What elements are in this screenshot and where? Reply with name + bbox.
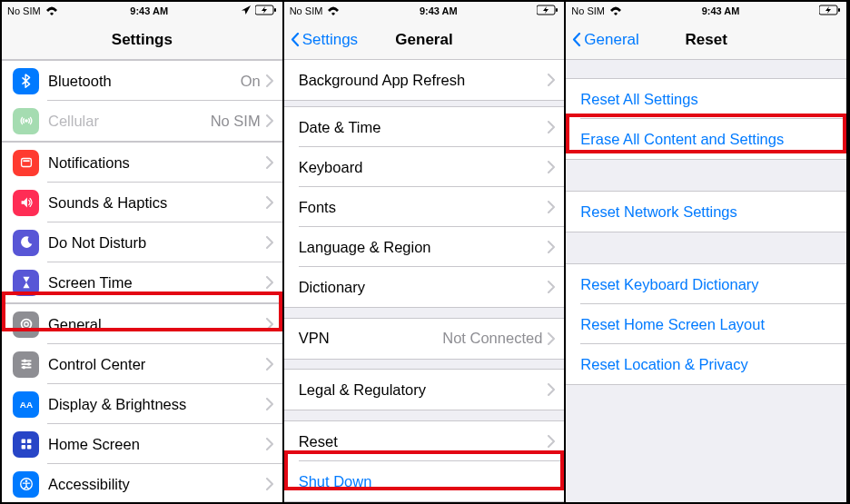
row-label: Legal & Regulatory bbox=[299, 381, 549, 399]
settings-row-control-center[interactable]: Control Center bbox=[2, 344, 282, 384]
nav-bar: General Reset bbox=[566, 20, 846, 60]
settings-row-general[interactable]: General bbox=[2, 304, 282, 344]
chevron-right-icon bbox=[548, 161, 555, 173]
back-chevron-icon bbox=[571, 33, 582, 47]
chevron-right-icon bbox=[266, 114, 273, 127]
svg-rect-16 bbox=[21, 445, 25, 450]
row-label: Reset All Settings bbox=[580, 91, 846, 108]
settings-row-screentime[interactable]: Screen Time bbox=[2, 262, 282, 302]
general-row-shutdown[interactable]: Shut Down bbox=[284, 461, 565, 501]
row-label: Shut Down bbox=[299, 473, 565, 490]
back-button[interactable]: Settings bbox=[290, 31, 358, 49]
status-time: 9:43 AM bbox=[130, 5, 168, 16]
settings-row-accessibility[interactable]: Accessibility bbox=[2, 464, 282, 502]
svg-rect-3 bbox=[21, 159, 31, 167]
panel-settings: No SIM 9:43 AM Settings Bluetooth On Cel… bbox=[2, 2, 284, 502]
row-label: General bbox=[48, 316, 266, 333]
sliders-icon bbox=[13, 351, 39, 378]
chevron-right-icon bbox=[266, 156, 273, 169]
panel-general: No SIM 9:43 AM Settings General Backgrou… bbox=[284, 2, 567, 502]
nav-bar: Settings bbox=[2, 20, 282, 60]
row-label: Screen Time bbox=[48, 274, 266, 292]
grid-icon bbox=[13, 431, 39, 458]
nav-bar: Settings General bbox=[284, 20, 565, 60]
reset-row-home-layout[interactable]: Reset Home Screen Layout bbox=[566, 304, 846, 344]
back-chevron-icon bbox=[290, 33, 301, 47]
svg-rect-17 bbox=[26, 445, 31, 450]
svg-point-6 bbox=[24, 322, 28, 327]
svg-point-11 bbox=[26, 362, 30, 366]
svg-point-5 bbox=[21, 320, 31, 330]
row-label: Sounds & Haptics bbox=[48, 194, 266, 212]
general-row-vpn[interactable]: VPN Not Connected bbox=[284, 319, 565, 359]
settings-row-dnd[interactable]: Do Not Disturb bbox=[2, 222, 282, 262]
gear-icon bbox=[13, 311, 39, 338]
row-label: VPN bbox=[299, 330, 443, 347]
svg-rect-4 bbox=[23, 160, 29, 162]
settings-row-display[interactable]: AA Display & Brightness bbox=[2, 384, 282, 424]
chevron-right-icon bbox=[266, 478, 273, 490]
chevron-right-icon bbox=[266, 318, 273, 331]
location-arrow-icon bbox=[241, 5, 252, 17]
row-label: Cellular bbox=[48, 113, 211, 130]
general-row-fonts[interactable]: Fonts bbox=[284, 187, 565, 227]
settings-row-home-screen[interactable]: Home Screen bbox=[2, 424, 282, 464]
row-label: Notifications bbox=[48, 154, 266, 172]
row-label: Reset Keyboard Dictionary bbox=[580, 276, 846, 293]
status-time: 9:43 AM bbox=[420, 5, 458, 16]
chevron-right-icon bbox=[266, 74, 273, 87]
page-title: General bbox=[395, 31, 452, 49]
svg-rect-15 bbox=[26, 440, 31, 444]
svg-text:AA: AA bbox=[19, 400, 32, 410]
reset-row-network[interactable]: Reset Network Settings bbox=[566, 192, 846, 232]
settings-row-cellular[interactable]: Cellular No SIM bbox=[2, 101, 282, 141]
chevron-right-icon bbox=[548, 332, 555, 345]
accessibility-icon bbox=[13, 471, 39, 498]
chevron-right-icon bbox=[266, 276, 273, 289]
general-row-date-time[interactable]: Date & Time bbox=[284, 107, 565, 147]
row-label: Reset bbox=[299, 433, 549, 450]
reset-row-erase-all[interactable]: Erase All Content and Settings bbox=[566, 119, 846, 159]
chevron-right-icon bbox=[266, 358, 273, 371]
general-row-reset[interactable]: Reset bbox=[284, 421, 565, 461]
settings-row-sounds[interactable]: Sounds & Haptics bbox=[2, 183, 282, 222]
general-row-bg-refresh[interactable]: Background App Refresh bbox=[284, 60, 565, 100]
carrier-text: No SIM bbox=[290, 5, 323, 16]
svg-point-2 bbox=[25, 119, 28, 123]
row-label: Dictionary bbox=[299, 279, 549, 296]
general-row-legal[interactable]: Legal & Regulatory bbox=[284, 370, 565, 410]
row-label: Fonts bbox=[299, 199, 549, 216]
moon-icon bbox=[13, 230, 39, 256]
row-value: On bbox=[241, 73, 261, 90]
row-label: Reset Network Settings bbox=[580, 203, 846, 221]
reset-row-keyboard-dict[interactable]: Reset Keyboard Dictionary bbox=[566, 264, 846, 304]
settings-row-notifications[interactable]: Notifications bbox=[2, 143, 282, 183]
svg-point-19 bbox=[25, 480, 27, 483]
status-bar: No SIM 9:43 AM bbox=[284, 2, 565, 20]
chevron-right-icon bbox=[548, 74, 555, 86]
settings-row-bluetooth[interactable]: Bluetooth On bbox=[2, 61, 282, 101]
battery-charging-icon bbox=[819, 5, 841, 17]
reset-row-location[interactable]: Reset Location & Privacy bbox=[566, 344, 846, 384]
sounds-icon bbox=[13, 190, 39, 216]
panel-reset: No SIM 9:43 AM General Reset Reset All S… bbox=[566, 2, 848, 502]
back-button[interactable]: General bbox=[571, 31, 638, 49]
notifications-icon bbox=[13, 150, 39, 176]
row-label: Home Screen bbox=[48, 436, 266, 453]
general-row-language[interactable]: Language & Region bbox=[284, 227, 565, 267]
reset-row-all-settings[interactable]: Reset All Settings bbox=[566, 79, 846, 119]
row-label: Do Not Disturb bbox=[48, 234, 266, 252]
wifi-icon bbox=[609, 4, 622, 18]
row-label: Control Center bbox=[48, 356, 266, 373]
back-label: Settings bbox=[302, 31, 358, 49]
svg-point-10 bbox=[23, 360, 26, 363]
general-row-keyboard[interactable]: Keyboard bbox=[284, 147, 565, 187]
chevron-right-icon bbox=[548, 435, 555, 448]
row-label: Reset Home Screen Layout bbox=[580, 316, 846, 333]
general-row-dictionary[interactable]: Dictionary bbox=[284, 267, 565, 307]
svg-point-12 bbox=[22, 366, 25, 370]
chevron-right-icon bbox=[266, 398, 273, 410]
row-label: Date & Time bbox=[299, 119, 549, 136]
row-value: No SIM bbox=[211, 113, 261, 130]
row-label: Background App Refresh bbox=[299, 72, 549, 89]
